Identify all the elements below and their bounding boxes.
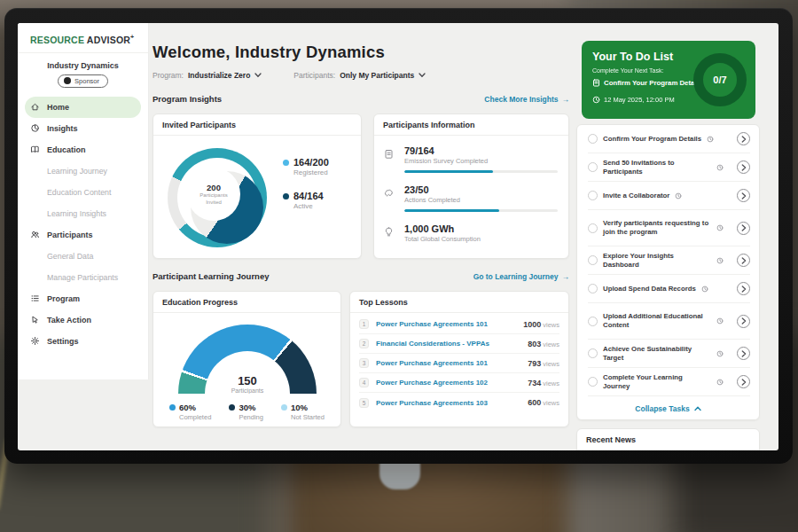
chevron-down-icon [254,73,262,78]
sidebar-item-education[interactable]: Education [25,139,141,160]
todo-datetime-label: 12 May 2025, 12:00 PM [604,96,675,104]
survey-clipboard-icon [383,148,395,160]
legend-dot [283,193,289,200]
sidebar-item-general-data[interactable]: General Data [18,246,148,267]
task-label: Explore Your Insights Dashboard [603,252,711,269]
sidebar-item-label: Participants [47,231,93,239]
stat-global-consumption: 1,000 GWh Total Global Consumption [383,223,558,243]
clock-icon [716,317,724,325]
task-label: Send 50 Invitations to Participants [603,159,711,176]
task-checkbox[interactable] [588,284,598,293]
sidebar-item-label: Settings [47,337,79,346]
task-open-button[interactable] [737,222,750,235]
task-doc-icon [592,79,600,87]
sidebar-item-home[interactable]: Home [25,97,141,118]
check-more-insights-link[interactable]: Check More Insights→ [484,95,569,104]
section-title: Program Insights [153,94,222,104]
sidebar-item-label: Education [47,145,86,154]
page-title: Welcome, Industry Dynamics [153,43,385,62]
collapse-tasks-link[interactable]: Collapse Tasks [577,396,759,421]
task-open-button[interactable] [737,347,750,360]
todo-task-list-card: Confirm Your Program Details Send 50 Inv… [576,124,760,420]
lesson-link[interactable]: Power Purchase Agreements 101 [376,359,488,367]
sidebar-item-program[interactable]: Program [25,288,141,309]
task-row[interactable]: Confirm Your Program Details [588,125,750,153]
list-icon [30,293,40,303]
todo-title: Your To Do List [592,51,673,63]
sidebar-item-label: Home [47,103,69,112]
task-checkbox[interactable] [588,377,598,387]
task-checkbox[interactable] [588,223,598,233]
lesson-row: 2 Financial Considerations - VPPAs 803vi… [359,334,559,354]
sidebar-item-label: Take Action [47,316,91,325]
gauge-value: 150 [178,374,317,387]
sidebar-item-manage-participants[interactable]: Manage Participants [18,267,148,288]
recent-news-card: Recent News [576,428,760,450]
views-label: views [543,321,559,329]
go-to-learning-journey-link[interactable]: Go to Learning Journey→ [473,272,569,281]
lesson-link[interactable]: Financial Considerations - VPPAs [376,340,489,348]
task-checkbox[interactable] [588,191,598,200]
task-checkbox[interactable] [588,255,598,265]
task-open-button[interactable] [737,132,750,145]
legend-label: Registered [293,168,329,176]
sidebar-item-education-content[interactable]: Education Content [18,182,148,203]
sidebar-item-settings[interactable]: Settings [25,331,141,352]
lesson-link[interactable]: Power Purchase Agreements 102 [376,379,488,387]
task-row[interactable]: Complete Your Learning Journey [588,368,750,396]
task-checkbox[interactable] [588,162,598,172]
home-icon [30,102,40,112]
sidebar-item-label: Insights [47,124,78,133]
task-row[interactable]: Upload Spend Data Records [588,275,750,303]
task-row[interactable]: Explore Your Insights Dashboard [588,246,750,275]
learning-journey-header: Participant Learning Journey Go to Learn… [153,271,569,281]
task-checkbox[interactable] [588,134,598,144]
task-row[interactable]: Send 50 Invitations to Participants [588,153,750,182]
lesson-views: 803 [528,340,541,348]
gear-icon [30,336,40,346]
sponsor-badge: Sponsor [58,74,108,88]
task-open-button[interactable] [737,189,750,202]
sidebar-item-label: Education Content [47,188,111,197]
task-row[interactable]: Upload Additional Educational Content [588,303,750,340]
sidebar-item-label: Manage Participants [47,273,118,282]
participants-label: Participants: [293,71,335,80]
clock-icon [675,192,682,200]
task-open-button[interactable] [737,315,750,328]
todo-next-task-label: Confirm Your Program Details [604,79,702,87]
legend-dot [229,404,235,411]
task-row[interactable]: Verify participants requesting to join t… [588,210,750,246]
sidebar-item-insights[interactable]: Insights [25,118,141,139]
task-checkbox[interactable] [588,317,598,326]
task-open-button[interactable] [737,254,750,267]
chevron-down-icon [419,73,426,78]
gauge-center: 150 Participants [178,374,317,394]
lesson-link[interactable]: Power Purchase Agreements 103 [376,399,488,407]
legend-value: 84/164 [293,191,324,201]
task-open-button[interactable] [737,282,750,295]
gauge-area: 150 Participants 60% Completed 30% Pendi… [153,316,340,426]
program-dropdown[interactable]: Program:Industrialize Zero [153,71,262,80]
filters-row: Program:Industrialize Zero Participants:… [153,71,426,80]
task-checkbox[interactable] [588,348,598,358]
task-label: Achieve One Sustainability Target [603,345,711,362]
stat-actions-completed: 23/50 Actions Completed [383,184,558,212]
lesson-link[interactable]: Power Purchase Agreements 101 [376,320,488,328]
task-row[interactable]: Achieve One Sustainability Target [588,340,750,368]
collapse-label: Collapse Tasks [635,404,689,413]
sidebar-item-take-action[interactable]: Take Action [25,309,141,331]
sidebar-item-learning-journey[interactable]: Learning Journey [18,160,148,182]
logo-resource: RESOURCE [30,35,84,45]
sidebar-item-participants[interactable]: Participants [25,224,141,246]
sidebar-item-learning-insights[interactable]: Learning Insights [18,203,148,224]
insights-icon [30,123,40,133]
participants-dropdown[interactable]: Participants:Only My Participants [293,71,426,80]
task-row[interactable]: Invite a Collaborator [588,182,750,210]
participants-value: Only My Participants [340,71,414,80]
task-open-button[interactable] [737,160,750,174]
clock-icon [716,350,724,357]
actions-icon [383,187,395,199]
stat-value: 23/50 [404,184,558,195]
legend-value: 60% [179,403,196,412]
task-open-button[interactable] [737,375,750,388]
